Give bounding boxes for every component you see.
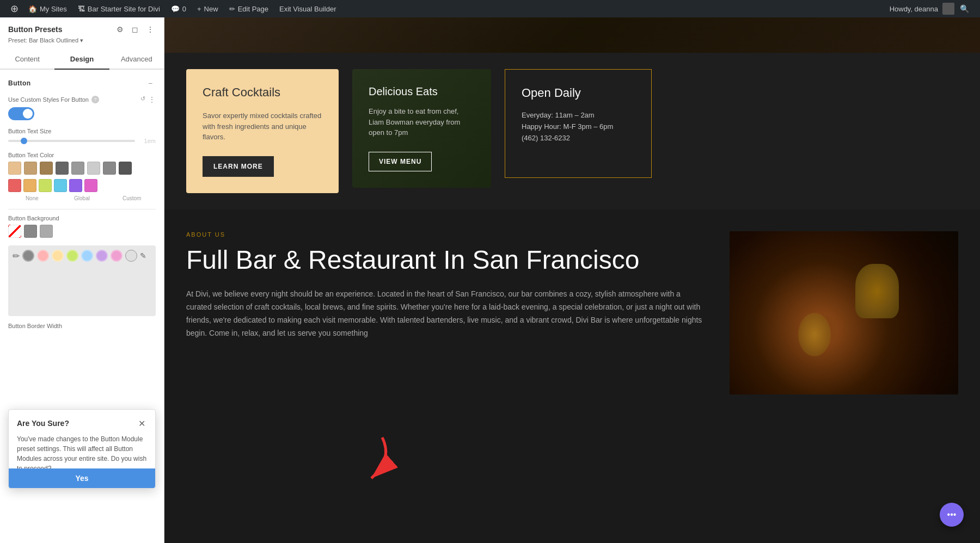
- fab-button[interactable]: •••: [940, 503, 964, 527]
- help-icon[interactable]: ?: [91, 96, 99, 103]
- card-eats-text: Enjoy a bite to eat from chef, Liam Bowm…: [369, 106, 475, 138]
- hero-bg: [164, 17, 980, 53]
- admin-bar-user: Howdy, deanna 🔍: [884, 3, 975, 15]
- tab-advanced[interactable]: Advanced: [109, 50, 164, 70]
- glass-shape: [855, 264, 899, 318]
- avatar: [942, 3, 954, 15]
- preview-color-picker: ✏ ✎: [8, 245, 156, 266]
- scroll-spacer: [8, 337, 156, 369]
- admin-bar-site[interactable]: 🏗 Bar Starter Site for Divi: [72, 0, 166, 17]
- color-swatch[interactable]: [24, 162, 37, 175]
- custom-styles-row: Use Custom Styles For Button ? ↺ ⋮: [8, 95, 156, 120]
- color-swatch[interactable]: [39, 179, 52, 192]
- color-swatch[interactable]: [24, 225, 37, 238]
- wp-logo[interactable]: ⊕: [5, 0, 23, 17]
- color-swatch[interactable]: [23, 179, 36, 192]
- plus-icon: +: [197, 5, 201, 13]
- tab-content[interactable]: Content: [0, 50, 54, 70]
- settings-icon[interactable]: ⚙: [114, 24, 125, 35]
- card-cocktails: Craft Cocktails Savor expertly mixed coc…: [186, 69, 339, 193]
- field-more-icon[interactable]: ⋮: [148, 95, 156, 104]
- button-section-header: Button −: [8, 78, 156, 89]
- tab-design[interactable]: Design: [54, 50, 109, 70]
- color-swatch[interactable]: [56, 162, 69, 175]
- color-swatch[interactable]: [119, 162, 132, 175]
- layout-icon[interactable]: ◻: [130, 24, 140, 35]
- preview-swatch[interactable]: [111, 250, 122, 262]
- text-size-label: Button Text Size: [8, 128, 156, 134]
- wp-logo-icon: ⊕: [10, 3, 19, 15]
- button-background-label: Button Background: [8, 215, 156, 221]
- panel-header-icons: ⚙ ◻ ⋮: [114, 24, 156, 35]
- text-size-row: Button Text Size 1em: [8, 128, 156, 144]
- color-swatch[interactable]: [40, 162, 53, 175]
- color-swatch[interactable]: [71, 162, 84, 175]
- pencil-icon[interactable]: ✏: [13, 251, 20, 261]
- confirm-dialog-title: Are You Sure?: [17, 419, 69, 428]
- card-open: Open Daily Everyday: 11am – 2am Happy Ho…: [505, 69, 652, 178]
- card-eats: Delicious Eats Enjoy a bite to eat from …: [352, 69, 491, 188]
- wp-admin-bar: ⊕ 🏠 My Sites 🏗 Bar Starter Site for Divi…: [0, 0, 980, 17]
- admin-bar-comments[interactable]: 💬 0: [166, 0, 192, 17]
- text-size-value: 1em: [139, 138, 156, 144]
- confirm-dialog-close-button[interactable]: ✕: [136, 418, 147, 429]
- about-title: Full Bar & Restaurant In San Francisco: [186, 246, 708, 275]
- eyedropper-icon[interactable]: ✎: [140, 251, 146, 260]
- swatch-label-none: None: [8, 195, 56, 201]
- color-swatch[interactable]: [69, 179, 82, 192]
- admin-bar-exit-builder[interactable]: Exit Visual Builder: [274, 0, 342, 17]
- site-icon: 🏗: [78, 5, 85, 13]
- comments-icon: 💬: [171, 5, 180, 13]
- color-swatch-transparent[interactable]: [8, 225, 21, 238]
- color-swatch[interactable]: [40, 225, 53, 238]
- section-close-icon[interactable]: −: [145, 78, 156, 89]
- text-size-slider[interactable]: [8, 140, 135, 142]
- about-image: [730, 231, 958, 394]
- view-menu-button[interactable]: VIEW MENU: [369, 152, 432, 171]
- swatch-labels: None Global Custom: [8, 195, 156, 201]
- divider: [8, 209, 156, 209]
- admin-bar-new[interactable]: + New: [192, 0, 224, 17]
- color-swatch[interactable]: [87, 162, 100, 175]
- about-left: ABOUT US Full Bar & Restaurant In San Fr…: [186, 231, 708, 394]
- preview-swatch[interactable]: [37, 250, 49, 262]
- admin-bar-edit-page[interactable]: ✏ Edit Page: [224, 0, 274, 17]
- preview-swatch[interactable]: [81, 250, 93, 262]
- color-swatch[interactable]: [54, 179, 67, 192]
- color-swatch[interactable]: [8, 179, 21, 192]
- about-label: ABOUT US: [186, 231, 708, 238]
- confirm-dialog-header: Are You Sure? ✕: [17, 418, 147, 429]
- color-swatch[interactable]: [103, 162, 116, 175]
- preview-swatch[interactable]: [96, 250, 108, 262]
- confirm-dialog-body: You've made changes to the Button Module…: [17, 434, 147, 473]
- left-panel: Button Presets ⚙ ◻ ⋮ Preset: Bar Black O…: [0, 17, 164, 543]
- card-open-title: Open Daily: [522, 86, 635, 100]
- swatch-label-global: Global: [58, 195, 106, 201]
- cocktail-img: [730, 231, 958, 394]
- search-icon[interactable]: 🔍: [960, 4, 969, 13]
- confirm-yes-button[interactable]: Yes: [9, 468, 155, 488]
- text-color-label: Button Text Color: [8, 152, 156, 158]
- text-color-row: Button Text Color: [8, 152, 156, 201]
- panel-subtitle[interactable]: Preset: Bar Black Outlined ▾: [8, 37, 156, 44]
- border-width-label: Button Border Width: [8, 323, 156, 329]
- reset-icon[interactable]: ↺: [140, 95, 145, 104]
- card-cocktails-title: Craft Cocktails: [203, 85, 322, 100]
- button-preview-box: ✏ ✎: [8, 245, 156, 316]
- panel-tabs: Content Design Advanced: [0, 50, 164, 70]
- preview-swatch[interactable]: [22, 250, 34, 262]
- button-background-row: Button Background: [8, 215, 156, 238]
- preview-swatch[interactable]: [66, 250, 78, 262]
- more-icon[interactable]: ⋮: [145, 24, 156, 35]
- preview-swatch[interactable]: [125, 250, 137, 262]
- preview-swatch[interactable]: [52, 250, 64, 262]
- learn-more-button[interactable]: LEARN MORE: [203, 156, 274, 177]
- admin-bar-my-sites[interactable]: 🏠 My Sites: [23, 0, 72, 17]
- open-phone-line: (462) 132-6232: [522, 134, 635, 142]
- color-swatch[interactable]: [8, 162, 21, 175]
- color-swatch[interactable]: [84, 179, 97, 192]
- custom-styles-toggle[interactable]: [8, 107, 34, 120]
- preview-tools: ✏ ✎: [13, 250, 146, 262]
- swatch-label-custom: Custom: [108, 195, 156, 201]
- border-width-row: Button Border Width: [8, 323, 156, 329]
